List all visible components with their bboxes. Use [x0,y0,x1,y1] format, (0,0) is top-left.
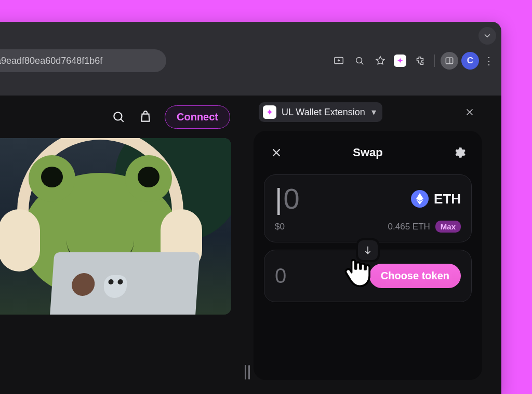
swap-from-token-symbol: ETH [434,191,461,207]
swap-to-box: 0 Choose token [264,250,472,302]
profile-avatar[interactable]: C [461,52,479,70]
swap-from-amount-value: 0 [284,182,300,215]
nft-image[interactable] [0,138,231,315]
bookmarks-bar: ase... [0,77,501,94]
caret-down-icon: ▾ [371,106,376,118]
swap-from-balance: 0.465 ETH [388,222,430,232]
install-app-icon[interactable] [330,52,348,70]
page-content: Connect [0,96,501,394]
swap-close-button[interactable] [266,142,287,163]
swap-card: Swap |0 [254,131,482,380]
zoom-icon[interactable] [351,52,368,70]
browser-window: e306a9eadf80ea60d7648f1b6f ✦ C ⋮ ase... [0,22,501,394]
text-cursor-icon: | [275,182,283,215]
svg-rect-2 [446,58,453,64]
swap-title: Swap [353,146,382,159]
dapp-panel: Connect [0,96,242,394]
swap-to-amount: 0 [275,264,286,288]
toolbar-separator [434,55,435,67]
choose-token-label: Choose token [381,270,449,281]
svg-point-3 [114,112,122,120]
choose-token-button[interactable]: Choose token [369,264,461,288]
max-button[interactable]: Max [435,221,461,233]
eth-icon [411,190,429,208]
swap-from-amount-input[interactable]: |0 [275,184,300,213]
address-text: e306a9eadf80ea60d7648f1b6f [0,56,102,66]
sidepanel-toggle-icon[interactable] [441,52,458,70]
swap-settings-button[interactable] [449,142,470,163]
search-icon[interactable] [111,109,126,125]
bookmark-star-icon[interactable] [371,52,389,70]
window-dropdown-button[interactable] [478,27,496,45]
browser-toolbar: e306a9eadf80ea60d7648f1b6f ✦ C ⋮ [0,48,501,74]
wallet-selector-label: UL Wallet Extension [282,107,365,118]
swap-from-box: |0 ETH $0 0.465 [264,174,472,242]
wallet-selector[interactable]: ✦ UL Wallet Extension ▾ [259,102,382,122]
kebab-menu-icon[interactable]: ⋮ [484,55,494,67]
swap-from-fiat: $0 [275,222,285,232]
pane-splitter-handle[interactable] [244,363,250,381]
wallet-extension-icon[interactable]: ✦ [394,55,406,67]
dapp-header: Connect [0,96,242,138]
connect-wallet-button[interactable]: Connect [165,105,230,129]
extensions-puzzle-icon[interactable] [411,52,429,70]
swap-from-token-selector[interactable]: ETH [411,190,461,208]
svg-point-1 [356,58,362,63]
swap-to-amount-value: 0 [275,264,286,287]
panel-close-button[interactable] [462,105,477,119]
address-bar[interactable]: e306a9eadf80ea60d7648f1b6f [0,49,166,72]
connect-label: Connect [177,111,218,123]
profile-initial: C [467,56,473,66]
wallet-side-panel: ✦ UL Wallet Extension ▾ Swap [254,101,482,394]
wallet-logo-icon: ✦ [263,105,276,119]
shopping-bag-icon[interactable] [138,109,153,125]
wallet-panel-header: ✦ UL Wallet Extension ▾ [254,101,482,124]
pointer-cursor-icon [342,256,371,292]
